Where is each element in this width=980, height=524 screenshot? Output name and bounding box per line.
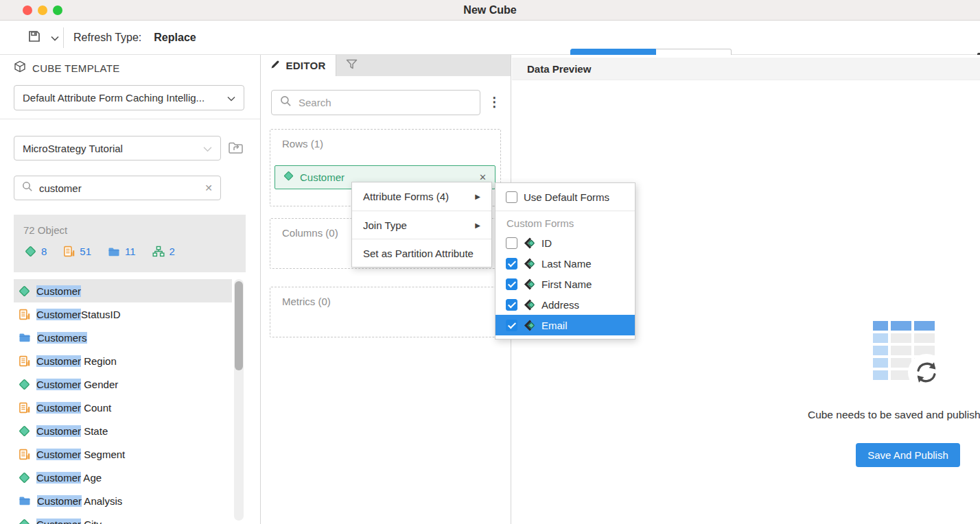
list-item-customerstatusid[interactable]: CustomerStatusID bbox=[14, 302, 232, 326]
menu-item-attribute-forms-4[interactable]: Attribute Forms (4)▶ bbox=[352, 182, 491, 211]
object-label: Customers bbox=[37, 332, 87, 344]
search-results-summary: 72 Object 851112 bbox=[14, 215, 246, 272]
checkbox[interactable] bbox=[506, 320, 517, 331]
menu-item-label: Attribute Forms (4) bbox=[363, 182, 449, 211]
chevron-down-icon bbox=[227, 92, 235, 104]
checkbox[interactable] bbox=[506, 258, 517, 270]
object-label: Customer Gender bbox=[36, 379, 118, 390]
checkbox[interactable] bbox=[506, 278, 517, 290]
folder-up-button[interactable] bbox=[225, 138, 247, 158]
metric-icon bbox=[63, 246, 75, 257]
count-attribute[interactable]: 8 bbox=[25, 246, 47, 257]
search-icon bbox=[22, 181, 33, 195]
list-item-customer-analysis[interactable]: Customer Analysis bbox=[14, 489, 232, 512]
project-dropdown[interactable]: MicroStrategy Tutorial bbox=[14, 136, 221, 160]
submenu-arrow-icon: ▶ bbox=[475, 182, 480, 211]
remove-chip-icon[interactable]: ✕ bbox=[479, 172, 487, 182]
editor-search-input[interactable] bbox=[299, 97, 471, 108]
list-item-customer-state[interactable]: Customer State bbox=[14, 419, 232, 442]
folder-icon bbox=[108, 246, 120, 257]
save-options-chevron-icon[interactable] bbox=[51, 32, 59, 44]
chevron-down-icon bbox=[203, 143, 212, 154]
sidebar: CUBE TEMPLATE Default Attribute Form Cac… bbox=[0, 55, 261, 524]
use-default-forms-item[interactable]: Use Default Forms bbox=[495, 187, 635, 207]
list-item-customer[interactable]: Customer bbox=[14, 279, 232, 302]
menu-separator bbox=[495, 211, 635, 211]
form-item-first-name[interactable]: First Name bbox=[495, 274, 635, 294]
pencil-icon bbox=[270, 60, 280, 71]
cube-template-dropdown[interactable]: Default Attribute Form Caching Intellig.… bbox=[14, 85, 244, 110]
toolbar: Refresh Type: Replace Data PreviewSQL Qu… bbox=[0, 21, 980, 55]
list-item-customer-region[interactable]: Customer Region bbox=[14, 349, 232, 372]
tab-editor-label: EDITOR bbox=[285, 60, 325, 71]
form-item-last-name[interactable]: Last Name bbox=[495, 253, 635, 274]
object-count-label: 72 Object bbox=[23, 224, 67, 236]
filter-funnel-icon bbox=[346, 59, 358, 72]
form-item-address[interactable]: Address bbox=[495, 294, 635, 315]
save-and-publish-button[interactable]: Save And Publish bbox=[856, 443, 960, 467]
list-item-customer-city[interactable]: Customer City bbox=[14, 512, 232, 524]
count-metric[interactable]: 51 bbox=[63, 246, 91, 257]
count-value: 11 bbox=[125, 246, 136, 257]
object-label: Customer Analysis bbox=[37, 495, 122, 507]
menu-item-join-type[interactable]: Join Type▶ bbox=[352, 211, 491, 239]
cube-icon bbox=[14, 60, 26, 75]
form-item-label: First Name bbox=[541, 278, 592, 290]
checkbox[interactable] bbox=[506, 237, 517, 249]
data-preview-header: Data Preview bbox=[512, 58, 980, 80]
sidebar-search-input[interactable] bbox=[39, 182, 198, 194]
attribute-icon bbox=[19, 519, 30, 524]
menu-item-set-as-partition-attribute[interactable]: Set as Partition Attribute bbox=[352, 239, 491, 267]
list-item-customer-segment[interactable]: Customer Segment bbox=[14, 442, 232, 466]
form-item-label: Address bbox=[541, 299, 579, 311]
custom-forms-list: IDLast NameFirst NameAddressEmail bbox=[495, 233, 635, 335]
count-value: 51 bbox=[80, 246, 91, 257]
object-label: Customer City bbox=[36, 519, 102, 524]
tab-filter[interactable] bbox=[336, 55, 366, 76]
list-item-customer-gender[interactable]: Customer Gender bbox=[14, 372, 232, 396]
tab-editor[interactable]: EDITOR bbox=[261, 55, 336, 76]
rows-zone-label: Rows (1) bbox=[282, 138, 323, 150]
hierarchy-icon bbox=[152, 246, 165, 257]
count-value: 2 bbox=[170, 246, 175, 257]
object-label: Customer State bbox=[36, 425, 108, 437]
save-icon[interactable] bbox=[27, 29, 41, 46]
object-label: Customer Segment bbox=[36, 449, 125, 460]
editor-panel: EDITOR ⋮ Rows (1) Customer ✕ Columns (0)… bbox=[261, 55, 511, 524]
form-item-id[interactable]: ID bbox=[495, 233, 635, 253]
refresh-type-value[interactable]: Replace bbox=[154, 32, 196, 44]
more-options-icon[interactable]: ⋮ bbox=[488, 93, 500, 112]
cube-template-header: CUBE TEMPLATE bbox=[32, 62, 120, 74]
submenu-arrow-icon: ▶ bbox=[475, 211, 480, 239]
list-item-customer-age[interactable]: Customer Age bbox=[14, 466, 232, 489]
metric-icon bbox=[19, 355, 30, 367]
list-item-customer-count[interactable]: Customer Count bbox=[14, 396, 232, 419]
attribute-form-icon bbox=[524, 258, 535, 270]
clear-search-icon[interactable]: ✕ bbox=[205, 182, 213, 193]
attribute-icon bbox=[19, 472, 30, 484]
count-folder[interactable]: 11 bbox=[108, 246, 136, 257]
publish-message: Cube needs to be saved and published to bbox=[758, 409, 980, 421]
checkbox[interactable] bbox=[506, 299, 517, 311]
cube-template-dropdown-value: Default Attribute Form Caching Intellig.… bbox=[23, 92, 205, 104]
window-title: New Cube bbox=[0, 0, 980, 21]
custom-forms-section-label: Custom Forms bbox=[495, 215, 635, 233]
sidebar-search-box: ✕ bbox=[14, 176, 221, 200]
editor-search-box bbox=[271, 90, 480, 115]
form-item-email[interactable]: Email bbox=[495, 315, 635, 335]
form-item-label: Last Name bbox=[541, 258, 592, 270]
attribute-icon bbox=[19, 285, 30, 297]
use-default-forms-checkbox[interactable] bbox=[506, 191, 517, 203]
sidebar-scrollbar-thumb[interactable] bbox=[235, 281, 243, 370]
form-item-label: ID bbox=[541, 237, 552, 249]
object-label: Customer Age bbox=[36, 472, 102, 484]
editor-tabbar: EDITOR bbox=[261, 55, 511, 76]
count-hierarchy[interactable]: 2 bbox=[152, 246, 175, 257]
list-item-customers[interactable]: Customers bbox=[14, 326, 232, 349]
metrics-drop-zone[interactable]: Metrics (0) bbox=[270, 287, 501, 337]
attribute-form-icon bbox=[524, 299, 535, 311]
use-default-forms-label: Use Default Forms bbox=[524, 191, 609, 203]
object-label: CustomerStatusID bbox=[36, 309, 121, 320]
object-type-counts: 851112 bbox=[25, 246, 175, 257]
columns-zone-label: Columns (0) bbox=[282, 227, 338, 239]
